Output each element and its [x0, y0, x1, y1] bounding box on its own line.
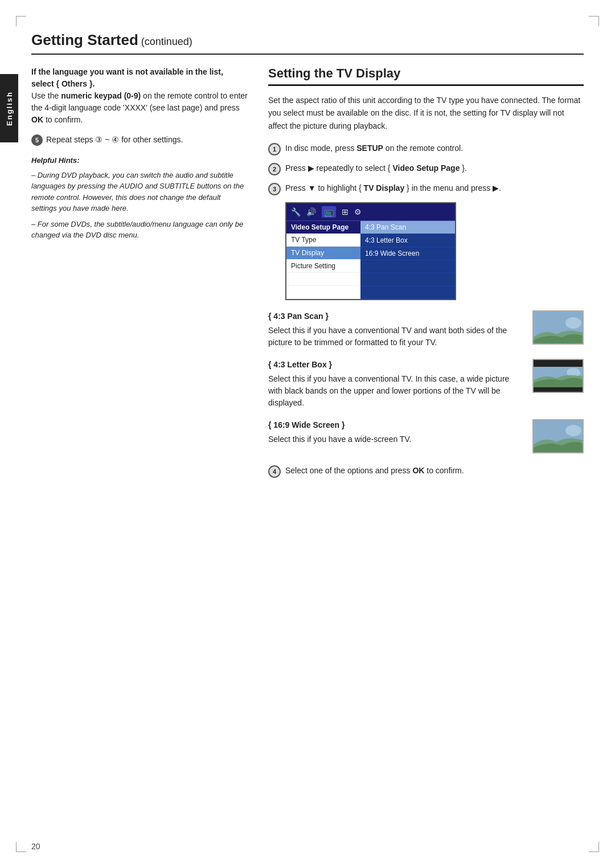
menu-page-header: Video Setup Page	[286, 221, 360, 234]
letter-box-title: { 4:3 Letter Box }	[268, 359, 524, 371]
page-title: Getting Started (continued)	[31, 31, 584, 55]
menu-option-empty2	[360, 273, 455, 286]
svg-point-6	[565, 425, 581, 436]
ok-bold: OK	[31, 115, 43, 124]
menu-body: Video Setup Page TV Type TV Display Pict…	[286, 221, 455, 299]
step-2-text: Press ▶ repeatedly to select { Video Set…	[285, 162, 467, 174]
step-1-circle: 1	[268, 143, 281, 155]
page-number: 20	[31, 842, 40, 851]
menu-icon-wrench: 🔧	[291, 207, 301, 216]
wide-screen-desc: Select this if you have a wide-screen TV…	[268, 433, 524, 445]
left-intro: If the language you want is not availabl…	[31, 66, 248, 126]
step-3-text: Press ▼ to highlight { TV Display } in t…	[285, 182, 501, 194]
wide-screen-thumbnail	[532, 419, 584, 453]
corner-mark-tr	[589, 16, 599, 26]
letter-box-thumbnail	[532, 359, 584, 393]
step-4-text: Select one of the options and press OK t…	[285, 465, 464, 477]
menu-row-picture: Picture Setting	[286, 260, 360, 273]
language-tab-label: English	[5, 91, 14, 126]
menu-right-panel: 4:3 Pan Scan 4:3 Letter Box 16:9 Wide Sc…	[360, 221, 455, 299]
pan-scan-thumbnail	[532, 310, 584, 345]
wide-screen-text: { 16:9 Wide Screen } Select this if you …	[268, 419, 524, 445]
right-step-4: 4 Select one of the options and press OK…	[268, 465, 584, 478]
menu-row-empty2	[286, 286, 360, 299]
page-container: Getting Started (continued) If the langu…	[31, 31, 584, 837]
letter-box-desc: Select this if you have a conventional T…	[268, 373, 524, 409]
menu-option-letter-box: 4:3 Letter Box	[360, 234, 455, 247]
right-step-1: 1 In disc mode, press SETUP on the remot…	[268, 142, 584, 155]
menu-screenshot: 🔧 🔊 📺 ⊞ ⚙ Video Setup Page TV Type TV Di…	[285, 202, 456, 300]
menu-row-empty1	[286, 273, 360, 286]
wide-screen-title: { 16:9 Wide Screen }	[268, 419, 524, 431]
step-4-circle: 4	[268, 465, 281, 478]
step-5-text: Repeat steps ③ ~ ④ for other settings.	[46, 134, 183, 146]
two-column-layout: If the language you want is not availabl…	[31, 66, 584, 485]
step-1-text: In disc mode, press SETUP on the remote …	[285, 142, 463, 154]
step-5-circle: 5	[31, 134, 43, 146]
keypad-bold: numeric keypad (0-9)	[61, 91, 141, 100]
section-intro: Set the aspect ratio of this unit accord…	[268, 94, 584, 132]
hints-title: Helpful Hints:	[31, 155, 248, 166]
svg-point-1	[565, 317, 581, 329]
wide-screen-svg	[534, 420, 584, 453]
hint-1: – During DVD playback, you can switch th…	[31, 170, 248, 214]
menu-icon-grid: ⊞	[342, 207, 348, 216]
menu-topbar: 🔧 🔊 📺 ⊞ ⚙	[286, 203, 455, 221]
option-pan-scan: { 4:3 Pan Scan } Select this if you have…	[268, 310, 584, 349]
step-2-circle: 2	[268, 163, 281, 175]
corner-mark-tl	[16, 16, 26, 26]
menu-row-tv-type: TV Type	[286, 234, 360, 247]
letter-box-text: { 4:3 Letter Box } Select this if you ha…	[268, 359, 524, 409]
menu-icon-tv: 📺	[322, 206, 336, 218]
pan-scan-text: { 4:3 Pan Scan } Select this if you have…	[268, 310, 524, 349]
left-column: If the language you want is not availabl…	[31, 66, 248, 485]
step-3-circle: 3	[268, 183, 281, 195]
pan-scan-desc: Select this if you have a conventional T…	[268, 325, 524, 349]
title-subtitle: (continued)	[138, 36, 192, 47]
menu-option-pan-scan: 4:3 Pan Scan	[360, 221, 455, 234]
right-step-2: 2 Press ▶ repeatedly to select { Video S…	[268, 162, 584, 175]
menu-option-wide-screen: 16:9 Wide Screen	[360, 247, 455, 260]
title-main: Getting Started	[31, 31, 138, 48]
corner-mark-br	[589, 842, 599, 852]
menu-icon-settings: ⚙	[354, 207, 362, 216]
helpful-hints: Helpful Hints: – During DVD playback, yo…	[31, 155, 248, 241]
pan-scan-title: { 4:3 Pan Scan }	[268, 310, 524, 322]
menu-left-panel: Video Setup Page TV Type TV Display Pict…	[286, 221, 360, 299]
corner-mark-bl	[16, 842, 26, 852]
option-wide-screen: { 16:9 Wide Screen } Select this if you …	[268, 419, 584, 453]
option-letter-box: { 4:3 Letter Box } Select this if you ha…	[268, 359, 584, 409]
right-step-3: 3 Press ▼ to highlight { TV Display } in…	[268, 182, 584, 195]
menu-icon-speaker: 🔊	[306, 207, 316, 216]
menu-option-empty1	[360, 260, 455, 273]
letter-box-svg	[534, 360, 584, 393]
step-5: 5 Repeat steps ③ ~ ④ for other settings.	[31, 134, 248, 146]
intro-bold: If the language you want is not availabl…	[31, 67, 223, 88]
menu-row-tv-display: TV Display	[286, 247, 360, 260]
pan-scan-svg	[534, 312, 584, 345]
section-title: Setting the TV Display	[268, 66, 584, 86]
right-column: Setting the TV Display Set the aspect ra…	[268, 66, 584, 485]
hint-2: – For some DVDs, the subtitle/audio/menu…	[31, 219, 248, 241]
language-tab: English	[0, 74, 18, 142]
